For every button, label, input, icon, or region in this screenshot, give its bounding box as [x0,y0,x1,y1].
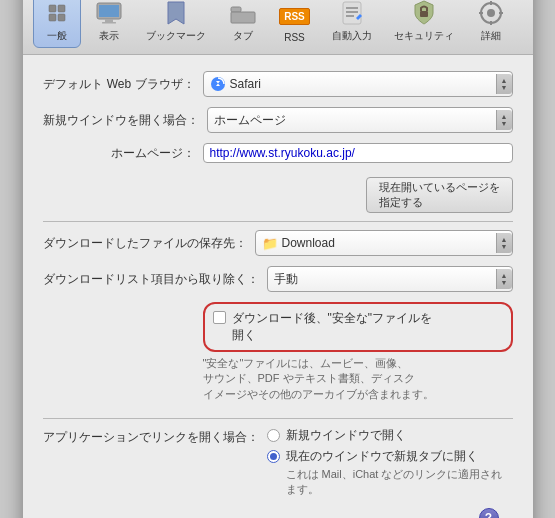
toolbar-security[interactable]: セキュリティ [385,0,463,48]
toolbar-rss[interactable]: RSS RSS [271,0,319,48]
rss-icon: RSS [281,2,309,30]
general-icon [43,0,71,27]
svg-rect-10 [343,2,361,24]
homepage-row: ホームページ： http://www.st.ryukoku.ac.jp/ [43,143,513,163]
svg-point-16 [487,9,495,17]
help-button[interactable]: ? [479,508,499,518]
radio-new-window[interactable] [267,429,280,442]
safe-files-label-spacer [43,302,203,306]
folder-icon: 📁 [262,236,278,251]
bookmarks-label: ブックマーク [146,29,206,43]
svg-rect-6 [105,19,113,22]
new-window-control: ホームページ ▲ ▼ [207,107,513,133]
general-label: 一般 [47,29,67,43]
content-wrapper: デフォルト Web ブラウザ： Safari ▲ [43,71,513,518]
download-arrows: ▲ ▼ [496,233,512,253]
autofill-label: 自動入力 [332,29,372,43]
svg-rect-1 [49,14,56,21]
divider-2 [43,418,513,419]
toolbar: 一般 表示 ブックマーク [23,0,533,55]
svg-rect-3 [58,14,65,21]
open-links-row: アプリケーションでリンクを開く場合： 新規ウインドウで開く 現在のウインドウで新… [43,427,513,498]
toolbar-tabs[interactable]: タブ [219,0,267,48]
safe-files-checkbox-container: ダウンロード後、"安全な"ファイルを開く [203,302,513,352]
safe-files-hint-control: "安全な"ファイルには、ムービー、画像、サウンド、PDF やテキスト書類、ディス… [203,356,513,410]
toolbar-display[interactable]: 表示 [85,0,133,48]
safe-files-checkbox-label: ダウンロード後、"安全な"ファイルを開く [232,310,433,344]
svg-rect-5 [99,5,119,17]
svg-rect-0 [49,5,56,12]
svg-rect-9 [231,12,255,23]
remove-list-label: ダウンロードリスト項目から取り除く： [43,271,267,288]
bookmarks-icon [162,0,190,27]
browser-arrows: ▲ ▼ [496,74,512,94]
set-page-btn-container: 現在開いているページを指定する [206,173,513,213]
toolbar-bookmarks[interactable]: ブックマーク [137,0,215,48]
homepage-input[interactable]: http://www.st.ryukoku.ac.jp/ [203,143,513,163]
homepage-control: http://www.st.ryukoku.ac.jp/ [203,143,513,163]
tabs-icon [229,0,257,27]
svg-rect-8 [231,7,241,12]
open-links-label: アプリケーションでリンクを開く場合： [43,427,267,446]
autofill-icon [338,0,366,27]
radio-new-tab-label: 現在のウインドウで新規タブに開く [286,448,478,465]
safe-files-checkbox[interactable] [213,311,226,324]
radio-new-window-label: 新規ウインドウで開く [286,427,406,444]
download-location-label: ダウンロードしたファイルの保存先： [43,235,255,252]
svg-rect-2 [58,5,65,12]
set-current-page-button[interactable]: 現在開いているページを指定する [366,177,513,213]
svg-rect-7 [102,22,116,24]
download-location-row: ダウンロードしたファイルの保存先： 📁 Download ▲ ▼ [43,230,513,256]
download-location-control: 📁 Download ▲ ▼ [255,230,513,256]
safe-files-hint-row: "安全な"ファイルには、ムービー、画像、サウンド、PDF やテキスト書類、ディス… [43,356,513,410]
new-window-arrows: ▲ ▼ [496,110,512,130]
radio-new-tab-row: 現在のウインドウで新規タブに開く [267,448,513,465]
display-label: 表示 [99,29,119,43]
default-browser-row: デフォルト Web ブラウザ： Safari ▲ [43,71,513,97]
open-links-control: 新規ウインドウで開く 現在のウインドウで新規タブに開く これは Mail、iCh… [267,427,513,498]
radio-new-window-row: 新規ウインドウで開く [267,427,513,444]
download-location-select[interactable]: 📁 Download ▲ ▼ [255,230,513,256]
radio-group: 新規ウインドウで開く 現在のウインドウで新規タブに開く [267,427,513,465]
default-browser-select[interactable]: Safari ▲ ▼ [203,71,513,97]
radio-new-tab[interactable] [267,450,280,463]
security-icon [410,0,438,27]
svg-rect-14 [420,11,428,17]
download-location-value: Download [282,236,492,250]
new-window-row: 新規ウインドウを開く場合： ホームページ ▲ ▼ [43,107,513,133]
remove-list-select[interactable]: 手動 ▲ ▼ [267,266,513,292]
new-window-value: ホームページ [214,112,492,129]
advanced-icon [477,0,505,27]
toolbar-advanced[interactable]: 詳細 [467,0,515,48]
tabs-label: タブ [233,29,253,43]
advanced-label: 詳細 [481,29,501,43]
default-browser-label: デフォルト Web ブラウザ： [43,76,203,93]
new-window-select[interactable]: ホームページ ▲ ▼ [207,107,513,133]
new-window-label: 新規ウインドウを開く場合： [43,112,207,129]
default-browser-value: Safari [230,77,492,91]
security-label: セキュリティ [394,29,454,43]
safari-icon [210,76,226,92]
safe-files-control: ダウンロード後、"安全な"ファイルを開く [203,302,513,352]
remove-list-control: 手動 ▲ ▼ [267,266,513,292]
link-hint: これは Mail、iChat などのリンクに適用されます。 [286,467,513,498]
preferences-content: デフォルト Web ブラウザ： Safari ▲ [23,55,533,518]
toolbar-general[interactable]: 一般 [33,0,81,48]
remove-list-value: 手動 [274,271,492,288]
safe-files-hint: "安全な"ファイルには、ムービー、画像、サウンド、PDF やテキスト書類、ディス… [203,356,513,402]
homepage-label: ホームページ： [43,145,203,162]
toolbar-autofill[interactable]: 自動入力 [323,0,381,48]
safe-files-row: ダウンロード後、"安全な"ファイルを開く [43,302,513,352]
rss-label: RSS [284,32,305,43]
remove-arrows: ▲ ▼ [496,269,512,289]
default-browser-control: Safari ▲ ▼ [203,71,513,97]
preferences-window: 一般 — 一般 [23,0,533,518]
set-page-row: 現在開いているページを指定する [43,173,513,213]
display-icon [95,0,123,27]
divider-1 [43,221,513,222]
remove-list-row: ダウンロードリスト項目から取り除く： 手動 ▲ ▼ [43,266,513,292]
